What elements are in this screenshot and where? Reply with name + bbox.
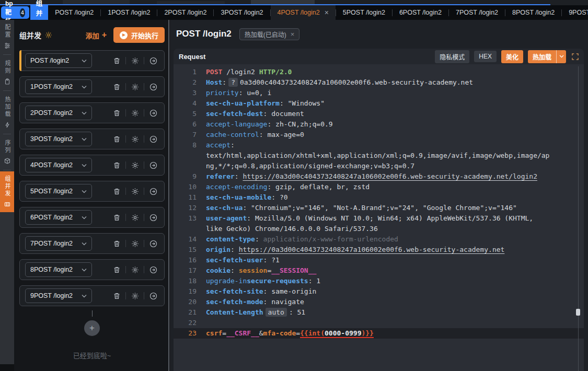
gear-icon[interactable] (129, 109, 141, 117)
request-select[interactable]: 8POST /login2 (25, 262, 92, 277)
gear-icon[interactable] (129, 57, 141, 65)
panel-scrollbar[interactable] (168, 20, 169, 371)
sidebar-item-1[interactable]: 配置 (0, 20, 14, 53)
code-line[interactable]: 9referer: https://0a3d00c4043732408247a1… (174, 171, 584, 182)
sidebar-item-2[interactable]: 规则 (0, 56, 14, 89)
arrow-circle-right-icon[interactable] (147, 292, 159, 300)
trash-icon[interactable] (111, 109, 122, 117)
gear-icon[interactable] (45, 31, 52, 39)
request-select[interactable]: 4POST /login2 (25, 158, 92, 172)
sidebar-item-3[interactable]: 热加载 (0, 92, 14, 133)
gear-icon[interactable] (129, 214, 141, 222)
code-line[interactable]: 2Host:?0a3d00c4043732408247a106002e00f6.… (174, 77, 584, 88)
doc-tab[interactable]: 5POST /login2 (336, 5, 392, 20)
doc-tab[interactable]: 1POST /login2 (101, 5, 157, 20)
chevron-down-icon[interactable] (556, 50, 566, 63)
gear-icon[interactable] (129, 240, 141, 248)
code-line[interactable]: 4sec-ch-ua-platform: "Windows" (174, 98, 584, 109)
code-line[interactable]: 7cache-control: max-age=0 (174, 130, 584, 140)
arrow-circle-right-icon[interactable] (147, 214, 159, 222)
doc-tab[interactable]: 8POST /login2 (505, 5, 561, 20)
tab-close-icon[interactable]: × (325, 9, 329, 16)
trash-icon[interactable] (111, 188, 122, 195)
trash-icon[interactable] (111, 57, 122, 65)
doc-tab[interactable]: POST /login2 (48, 5, 100, 20)
code-line[interactable]: 15origin: https://0a3d00c4043732408247a1… (174, 245, 584, 255)
gear-icon[interactable] (129, 188, 141, 195)
request-select[interactable]: 5POST /login2 (25, 184, 92, 199)
add-item-circle-button[interactable]: + (84, 320, 100, 336)
privacy-mode-button[interactable]: 隐私模式 (435, 50, 469, 63)
doc-tab[interactable]: 7POST /login2 (449, 5, 505, 20)
hotload-split-button[interactable]: 热加载 (528, 50, 566, 63)
code-line[interactable]: 16sec-fetch-user: ?1 (174, 255, 584, 265)
beautify-button[interactable]: 美化 (501, 50, 523, 63)
gear-icon[interactable] (129, 135, 141, 143)
code-line[interactable]: 13user-agent: Mozilla/5.0 (Windows NT 10… (174, 213, 584, 234)
code-line[interactable]: 22 (174, 318, 584, 328)
arrow-circle-right-icon[interactable] (147, 266, 159, 274)
code-line[interactable]: 14content-type: application/x-www-form-u… (174, 234, 584, 245)
arrow-circle-right-icon[interactable] (147, 161, 159, 169)
trash-icon[interactable] (111, 214, 122, 222)
request-select[interactable]: 2POST /login2 (25, 106, 92, 120)
divider (125, 161, 126, 169)
code-line[interactable]: 1POST /login2 HTTP/2.0 (174, 67, 584, 77)
editor-scrollbar-track[interactable] (578, 66, 579, 371)
request-select[interactable]: 7POST /login2 (25, 236, 92, 251)
hotload-button-label[interactable]: 热加载 (528, 50, 556, 63)
code-line[interactable]: 23csrf=__CSRF__&mfa-code={{int(0000-0999… (174, 328, 584, 339)
doc-tab[interactable]: 6POST /login2 (393, 5, 448, 20)
request-select[interactable]: 3POST /login2 (25, 132, 92, 146)
doc-tab[interactable]: 9POST /login2 (562, 5, 588, 20)
module-tab-group-concurrency[interactable]: 组并发 (30, 5, 49, 20)
doc-tab[interactable]: 2POST /login2 (157, 5, 213, 20)
gear-icon[interactable] (129, 266, 141, 274)
request-select[interactable]: 9POST /login2 (25, 288, 92, 303)
code-line[interactable]: 10accept-encoding: gzip, deflate, br, zs… (174, 182, 584, 192)
trash-icon[interactable] (111, 135, 122, 143)
close-icon[interactable]: × (291, 30, 295, 38)
start-execute-button[interactable]: 开始执行 (113, 27, 165, 43)
code-line[interactable]: 19sec-fetch-site: same-origin (174, 286, 584, 297)
gear-icon[interactable] (129, 161, 141, 169)
app-logo[interactable]: bp靶场 4 (1, 6, 29, 19)
sidebar-item-5[interactable]: 组并发 (0, 171, 14, 212)
arrow-circle-right-icon[interactable] (147, 83, 159, 91)
request-select[interactable]: 6POST /login2 (25, 210, 92, 225)
code-line[interactable]: 12sec-ch-ua: "Chromium";v="146", "Not-A.… (174, 203, 584, 213)
code-line[interactable]: 11sec-ch-ua-mobile: ?0 (174, 192, 584, 203)
sidebar-item-4[interactable]: 序列 (0, 135, 14, 169)
code-line[interactable]: 6accept-language: zh-CN,zh;q=0.9 (174, 119, 584, 130)
gear-icon[interactable] (129, 292, 141, 300)
code-line[interactable]: 18upgrade-insecure-requests: 1 (174, 276, 584, 286)
arrow-circle-right-icon[interactable] (147, 135, 159, 143)
request-select[interactable]: POST /login2 (25, 53, 92, 68)
trash-icon[interactable] (111, 161, 122, 169)
fullscreen-expand-icon[interactable] (572, 53, 579, 60)
code-line[interactable]: 17cookie: session=__SESSION__ (174, 265, 584, 276)
request-editor[interactable]: 1POST /login2 HTTP/2.02Host:?0a3d00c4043… (174, 64, 584, 371)
gear-icon[interactable] (129, 83, 141, 91)
code-line[interactable]: 5sec-fetch-dest: document (174, 109, 584, 119)
add-request-button[interactable]: 添加 + (86, 30, 107, 40)
arrow-circle-right-icon[interactable] (147, 240, 159, 248)
doc-tab[interactable]: 3POST /login2 (214, 5, 270, 20)
code-line[interactable]: 21Content-Lengthauto: 51 (174, 307, 584, 318)
arrow-circle-right-icon[interactable] (147, 109, 159, 117)
arrow-circle-right-icon[interactable] (147, 188, 159, 195)
doc-tab[interactable]: 4POST /login2× (271, 5, 336, 20)
trash-icon[interactable] (111, 83, 122, 91)
request-select-value: 7POST /login2 (30, 240, 73, 247)
code-line[interactable]: 8accept: text/html,application/xhtml+xml… (174, 140, 584, 171)
trash-icon[interactable] (111, 292, 122, 300)
code-token: : document (263, 110, 304, 118)
request-select[interactable]: 1POST /login2 (25, 79, 92, 94)
trash-icon[interactable] (111, 266, 122, 274)
hex-button[interactable]: HEX (474, 51, 497, 62)
arrow-circle-right-icon[interactable] (147, 57, 159, 65)
code-line[interactable]: 3priority: u=0, i (174, 88, 584, 98)
code-line[interactable]: 20sec-fetch-mode: navigate (174, 297, 584, 307)
editor-scrollbar-thumb[interactable] (576, 309, 580, 316)
trash-icon[interactable] (111, 240, 122, 248)
